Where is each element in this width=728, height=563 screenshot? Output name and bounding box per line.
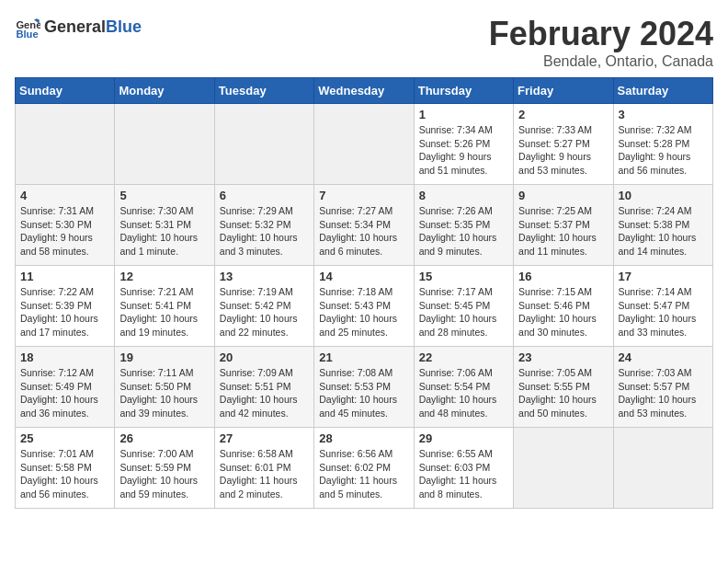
calendar-week-1: 1Sunrise: 7:34 AM Sunset: 5:26 PM Daylig… <box>16 104 713 185</box>
day-info: Sunrise: 7:31 AM Sunset: 5:30 PM Dayligh… <box>20 204 109 259</box>
day-info: Sunrise: 7:26 AM Sunset: 5:35 PM Dayligh… <box>419 204 508 259</box>
calendar-header-row: SundayMondayTuesdayWednesdayThursdayFrid… <box>16 78 713 104</box>
day-number: 3 <box>619 108 708 121</box>
day-number: 5 <box>119 189 209 202</box>
day-number: 20 <box>220 350 309 364</box>
day-number: 11 <box>20 270 109 283</box>
calendar-cell: 13Sunrise: 7:19 AM Sunset: 5:42 PM Dayli… <box>214 266 313 347</box>
calendar-cell: 1Sunrise: 7:34 AM Sunset: 5:26 PM Daylig… <box>414 104 513 185</box>
calendar-cell: 3Sunrise: 7:32 AM Sunset: 5:28 PM Daylig… <box>613 104 712 185</box>
day-number: 2 <box>518 108 608 121</box>
day-info: Sunrise: 7:33 AM Sunset: 5:27 PM Dayligh… <box>518 123 608 178</box>
day-number: 26 <box>119 431 209 445</box>
day-info: Sunrise: 7:34 AM Sunset: 5:26 PM Dayligh… <box>419 123 508 178</box>
day-number: 14 <box>319 270 408 283</box>
day-info: Sunrise: 7:01 AM Sunset: 5:58 PM Dayligh… <box>20 447 109 501</box>
svg-text:Blue: Blue <box>16 29 38 40</box>
title-block: February 2024 Bendale, Ontario, Canada <box>489 15 713 70</box>
calendar-cell <box>214 104 313 185</box>
calendar-cell: 24Sunrise: 7:03 AM Sunset: 5:57 PM Dayli… <box>613 347 712 428</box>
calendar-cell: 15Sunrise: 7:17 AM Sunset: 5:45 PM Dayli… <box>414 266 513 347</box>
calendar-cell: 16Sunrise: 7:15 AM Sunset: 5:46 PM Dayli… <box>514 266 613 347</box>
main-title: February 2024 <box>489 15 713 53</box>
calendar-week-4: 18Sunrise: 7:12 AM Sunset: 5:49 PM Dayli… <box>16 347 713 428</box>
calendar-cell <box>613 428 712 509</box>
calendar-cell: 8Sunrise: 7:26 AM Sunset: 5:35 PM Daylig… <box>414 185 513 266</box>
day-number: 9 <box>518 189 608 202</box>
location-subtitle: Bendale, Ontario, Canada <box>489 53 713 70</box>
header-sunday: Sunday <box>16 78 115 104</box>
calendar-cell: 5Sunrise: 7:30 AM Sunset: 5:31 PM Daylig… <box>115 185 214 266</box>
day-number: 16 <box>518 270 608 283</box>
day-number: 23 <box>518 350 608 364</box>
day-info: Sunrise: 7:15 AM Sunset: 5:46 PM Dayligh… <box>518 285 608 339</box>
calendar-cell: 29Sunrise: 6:55 AM Sunset: 6:03 PM Dayli… <box>414 428 513 509</box>
calendar-week-2: 4Sunrise: 7:31 AM Sunset: 5:30 PM Daylig… <box>16 185 713 266</box>
day-info: Sunrise: 7:08 AM Sunset: 5:53 PM Dayligh… <box>319 366 408 420</box>
day-number: 27 <box>220 431 309 445</box>
day-info: Sunrise: 7:11 AM Sunset: 5:50 PM Dayligh… <box>119 366 209 420</box>
calendar-cell: 26Sunrise: 7:00 AM Sunset: 5:59 PM Dayli… <box>115 428 214 509</box>
day-info: Sunrise: 7:03 AM Sunset: 5:57 PM Dayligh… <box>619 366 708 420</box>
calendar-cell <box>16 104 115 185</box>
calendar-cell: 12Sunrise: 7:21 AM Sunset: 5:41 PM Dayli… <box>115 266 214 347</box>
calendar-cell: 22Sunrise: 7:06 AM Sunset: 5:54 PM Dayli… <box>414 347 513 428</box>
day-info: Sunrise: 7:14 AM Sunset: 5:47 PM Dayligh… <box>619 285 708 339</box>
day-info: Sunrise: 7:00 AM Sunset: 5:59 PM Dayligh… <box>119 447 209 501</box>
header-tuesday: Tuesday <box>214 78 313 104</box>
calendar-cell <box>115 104 214 185</box>
header-wednesday: Wednesday <box>314 78 414 104</box>
day-number: 15 <box>419 270 508 283</box>
day-info: Sunrise: 7:29 AM Sunset: 5:32 PM Dayligh… <box>220 204 309 259</box>
logo-text: GeneralBlue <box>44 18 142 37</box>
calendar-cell: 23Sunrise: 7:05 AM Sunset: 5:55 PM Dayli… <box>514 347 613 428</box>
calendar-cell: 9Sunrise: 7:25 AM Sunset: 5:37 PM Daylig… <box>514 185 613 266</box>
calendar-cell: 4Sunrise: 7:31 AM Sunset: 5:30 PM Daylig… <box>16 185 115 266</box>
page-header: General Blue GeneralBlue February 2024 B… <box>15 15 713 70</box>
calendar-cell: 20Sunrise: 7:09 AM Sunset: 5:51 PM Dayli… <box>214 347 313 428</box>
day-number: 4 <box>20 189 109 202</box>
calendar-table: SundayMondayTuesdayWednesdayThursdayFrid… <box>15 77 713 509</box>
calendar-cell: 2Sunrise: 7:33 AM Sunset: 5:27 PM Daylig… <box>514 104 613 185</box>
calendar-cell: 25Sunrise: 7:01 AM Sunset: 5:58 PM Dayli… <box>16 428 115 509</box>
calendar-cell: 7Sunrise: 7:27 AM Sunset: 5:34 PM Daylig… <box>314 185 414 266</box>
calendar-cell: 11Sunrise: 7:22 AM Sunset: 5:39 PM Dayli… <box>16 266 115 347</box>
day-number: 10 <box>619 189 708 202</box>
day-number: 7 <box>319 189 408 202</box>
day-number: 29 <box>419 431 508 445</box>
day-info: Sunrise: 7:32 AM Sunset: 5:28 PM Dayligh… <box>619 123 708 178</box>
day-info: Sunrise: 7:17 AM Sunset: 5:45 PM Dayligh… <box>419 285 508 339</box>
day-info: Sunrise: 7:24 AM Sunset: 5:38 PM Dayligh… <box>619 204 708 259</box>
day-info: Sunrise: 7:12 AM Sunset: 5:49 PM Dayligh… <box>20 366 109 420</box>
day-number: 21 <box>319 350 408 364</box>
day-info: Sunrise: 7:06 AM Sunset: 5:54 PM Dayligh… <box>419 366 508 420</box>
day-number: 24 <box>619 350 708 364</box>
header-thursday: Thursday <box>414 78 513 104</box>
day-info: Sunrise: 7:27 AM Sunset: 5:34 PM Dayligh… <box>319 204 408 259</box>
day-info: Sunrise: 7:05 AM Sunset: 5:55 PM Dayligh… <box>518 366 608 420</box>
header-saturday: Saturday <box>613 78 712 104</box>
day-number: 8 <box>419 189 508 202</box>
day-info: Sunrise: 7:18 AM Sunset: 5:43 PM Dayligh… <box>319 285 408 339</box>
calendar-cell: 28Sunrise: 6:56 AM Sunset: 6:02 PM Dayli… <box>314 428 414 509</box>
calendar-cell <box>314 104 414 185</box>
day-info: Sunrise: 7:22 AM Sunset: 5:39 PM Dayligh… <box>20 285 109 339</box>
day-info: Sunrise: 7:19 AM Sunset: 5:42 PM Dayligh… <box>220 285 309 339</box>
day-info: Sunrise: 7:09 AM Sunset: 5:51 PM Dayligh… <box>220 366 309 420</box>
day-number: 18 <box>20 350 109 364</box>
calendar-week-3: 11Sunrise: 7:22 AM Sunset: 5:39 PM Dayli… <box>16 266 713 347</box>
day-info: Sunrise: 6:58 AM Sunset: 6:01 PM Dayligh… <box>220 447 309 501</box>
calendar-cell <box>514 428 613 509</box>
day-info: Sunrise: 6:55 AM Sunset: 6:03 PM Dayligh… <box>419 447 508 501</box>
day-number: 22 <box>419 350 508 364</box>
calendar-cell: 27Sunrise: 6:58 AM Sunset: 6:01 PM Dayli… <box>214 428 313 509</box>
day-number: 13 <box>220 270 309 283</box>
calendar-cell: 19Sunrise: 7:11 AM Sunset: 5:50 PM Dayli… <box>115 347 214 428</box>
header-friday: Friday <box>514 78 613 104</box>
day-info: Sunrise: 6:56 AM Sunset: 6:02 PM Dayligh… <box>319 447 408 501</box>
day-number: 12 <box>119 270 209 283</box>
day-info: Sunrise: 7:30 AM Sunset: 5:31 PM Dayligh… <box>119 204 209 259</box>
day-number: 19 <box>119 350 209 364</box>
calendar-cell: 21Sunrise: 7:08 AM Sunset: 5:53 PM Dayli… <box>314 347 414 428</box>
logo-icon: General Blue <box>15 15 40 40</box>
